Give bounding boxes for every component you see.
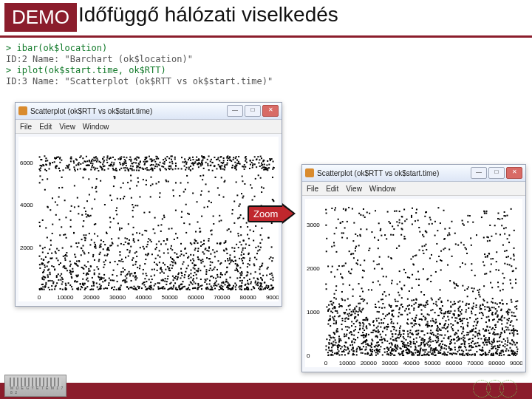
menu-file[interactable]: File [20, 123, 32, 131]
svg-rect-2689 [516, 308, 517, 310]
svg-rect-2999 [332, 302, 334, 304]
svg-rect-3247 [413, 304, 415, 305]
svg-rect-2105 [344, 354, 346, 355]
svg-rect-1112 [132, 204, 133, 205]
svg-rect-2354 [516, 330, 518, 332]
svg-rect-3188 [513, 328, 514, 330]
svg-rect-1751 [417, 219, 419, 221]
svg-rect-2599 [353, 222, 355, 224]
svg-rect-2307 [464, 342, 466, 344]
svg-rect-2729 [412, 208, 413, 209]
svg-rect-2805 [350, 253, 352, 255]
scatter-plot-full[interactable]: 2000400060000100002000030000400005000060… [18, 137, 279, 301]
svg-rect-1244 [196, 270, 197, 271]
svg-rect-1394 [219, 160, 220, 162]
menu-view[interactable]: View [59, 123, 75, 131]
svg-rect-2845 [420, 304, 422, 306]
svg-rect-432 [151, 276, 152, 277]
svg-rect-1691 [139, 286, 140, 287]
svg-rect-3410 [471, 347, 472, 348]
svg-rect-1262 [183, 281, 184, 282]
svg-rect-557 [208, 155, 210, 157]
svg-rect-3275 [501, 225, 502, 226]
svg-rect-2861 [498, 306, 499, 307]
menu-edit[interactable]: Edit [326, 185, 338, 193]
svg-rect-1924 [392, 323, 394, 324]
svg-rect-99 [209, 258, 211, 259]
close-button[interactable]: ✕ [262, 105, 279, 117]
svg-rect-1679 [203, 253, 205, 255]
menu-window[interactable]: Window [83, 123, 109, 131]
svg-rect-10 [105, 259, 106, 261]
svg-rect-1525 [205, 271, 207, 273]
svg-rect-2944 [330, 316, 331, 317]
svg-rect-1354 [125, 237, 126, 239]
svg-rect-793 [71, 286, 72, 287]
scatter-plot-zoom[interactable]: 0100020003000010000200003000040000500006… [305, 199, 522, 367]
svg-rect-1118 [258, 287, 259, 289]
close-button[interactable]: ✕ [506, 167, 522, 179]
svg-rect-3308 [339, 305, 341, 307]
svg-rect-1992 [415, 349, 416, 350]
svg-rect-2831 [430, 281, 432, 282]
svg-rect-1158 [137, 166, 138, 167]
svg-rect-1319 [143, 179, 144, 180]
maximize-button[interactable]: □ [245, 105, 261, 117]
maximize-button[interactable]: □ [488, 167, 505, 179]
svg-rect-1483 [242, 166, 243, 167]
svg-rect-536 [194, 282, 195, 283]
svg-rect-788 [270, 288, 271, 290]
svg-rect-3282 [395, 347, 397, 348]
svg-rect-1760 [471, 263, 472, 265]
svg-rect-2739 [507, 215, 508, 216]
svg-rect-2960 [494, 332, 495, 333]
svg-rect-945 [97, 160, 98, 161]
svg-rect-1161 [197, 221, 199, 222]
svg-rect-2998 [403, 346, 405, 347]
svg-rect-1146 [261, 186, 262, 188]
svg-rect-401 [106, 162, 108, 163]
svg-rect-3055 [341, 237, 343, 239]
svg-rect-1555 [184, 274, 185, 276]
svg-rect-219 [258, 174, 259, 176]
svg-rect-596 [129, 271, 130, 273]
svg-rect-656 [174, 252, 176, 253]
svg-rect-1786 [363, 208, 364, 210]
svg-rect-787 [154, 159, 155, 160]
svg-rect-1026 [201, 191, 202, 192]
svg-rect-511 [241, 273, 242, 274]
svg-rect-2871 [371, 344, 372, 345]
menu-edit[interactable]: Edit [39, 123, 52, 131]
svg-rect-702 [80, 168, 81, 169]
svg-rect-649 [45, 227, 47, 228]
svg-rect-2618 [390, 322, 392, 324]
svg-rect-1135 [223, 157, 225, 159]
minimize-button[interactable]: — [471, 167, 487, 179]
svg-rect-979 [158, 181, 160, 183]
menu-file[interactable]: File [307, 185, 318, 193]
svg-rect-3058 [454, 287, 456, 289]
svg-rect-857 [212, 162, 214, 163]
svg-rect-527 [200, 285, 202, 287]
menu-window[interactable]: Window [369, 185, 396, 193]
svg-rect-3232 [491, 329, 492, 330]
svg-rect-314 [207, 159, 208, 160]
svg-rect-1216 [130, 166, 132, 167]
svg-rect-1046 [113, 169, 115, 171]
svg-rect-573 [143, 212, 145, 214]
menu-view[interactable]: View [346, 185, 362, 193]
svg-rect-734 [94, 169, 95, 171]
svg-rect-1044 [165, 269, 166, 270]
svg-rect-1879 [516, 342, 518, 344]
svg-rect-1021 [257, 284, 259, 286]
svg-rect-1657 [228, 228, 230, 230]
svg-rect-1212 [85, 287, 86, 289]
svg-rect-2743 [513, 270, 514, 272]
svg-rect-221 [193, 275, 194, 276]
svg-rect-1097 [226, 281, 228, 282]
svg-rect-1972 [424, 354, 426, 355]
minimize-button[interactable]: — [227, 105, 243, 117]
svg-rect-1624 [224, 167, 225, 168]
svg-rect-3182 [419, 324, 420, 326]
svg-rect-3074 [514, 352, 516, 353]
